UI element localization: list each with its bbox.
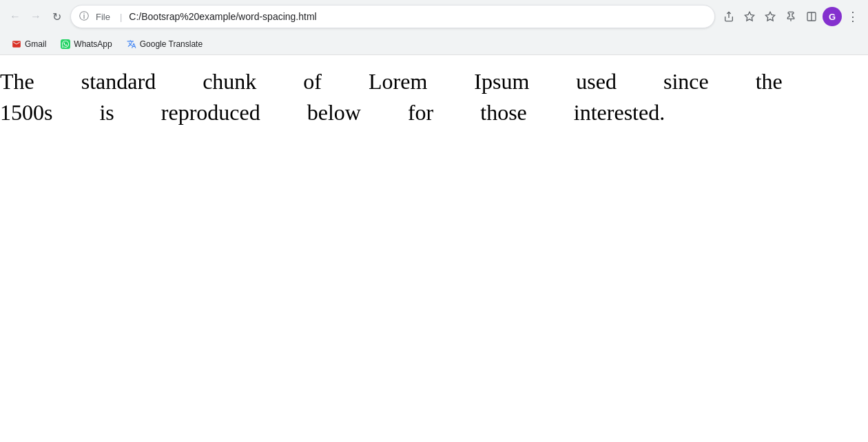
share-button[interactable] — [719, 7, 738, 26]
bookmarks-bar: Gmail WhatsApp Google Translate — [0, 33, 868, 55]
split-button[interactable] — [802, 7, 821, 26]
translate-icon — [126, 39, 137, 50]
menu-button[interactable]: ⋮ — [843, 7, 862, 26]
separator: | — [120, 12, 122, 22]
gmail-label: Gmail — [25, 39, 46, 49]
pin-button[interactable] — [781, 7, 800, 26]
svg-marker-0 — [745, 12, 754, 21]
reload-button[interactable]: ↻ — [47, 7, 66, 26]
translate-label: Google Translate — [140, 39, 203, 49]
bookmark-translate[interactable]: Google Translate — [121, 37, 208, 52]
profile-button[interactable]: G — [823, 7, 842, 26]
browser-content: The standard chunk of Lorem Ipsum used s… — [0, 55, 868, 442]
whatsapp-icon — [60, 39, 71, 50]
browser-toolbar: ← → ↻ ⓘ File | C:/Bootsrap%20example/wor… — [0, 0, 868, 33]
address-bar[interactable]: ⓘ File | C:/Bootsrap%20example/word-spac… — [70, 5, 715, 28]
star-button[interactable] — [740, 7, 759, 26]
back-button[interactable]: ← — [6, 7, 25, 26]
file-label: File — [96, 12, 110, 22]
browser-chrome: ← → ↻ ⓘ File | C:/Bootsrap%20example/wor… — [0, 0, 868, 55]
forward-button[interactable]: → — [26, 7, 45, 26]
page-content: The standard chunk of Lorem Ipsum used s… — [0, 61, 868, 134]
address-text: C:/Bootsrap%20example/word-spacing.html — [129, 11, 706, 22]
info-icon: ⓘ — [79, 10, 90, 23]
gmail-icon — [11, 39, 22, 50]
extension-button[interactable] — [761, 7, 780, 26]
bookmark-gmail[interactable]: Gmail — [6, 37, 52, 52]
nav-buttons: ← → ↻ — [6, 7, 66, 26]
toolbar-actions: G ⋮ — [719, 7, 862, 26]
whatsapp-label: WhatsApp — [74, 39, 112, 49]
bookmark-whatsapp[interactable]: WhatsApp — [54, 37, 117, 52]
